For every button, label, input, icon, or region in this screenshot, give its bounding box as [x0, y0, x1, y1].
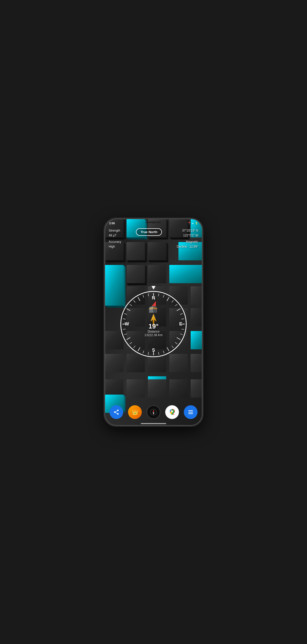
true-north-button[interactable]: True North	[136, 228, 162, 236]
svg-rect-105	[188, 412, 193, 413]
svg-rect-53	[127, 379, 145, 398]
svg-point-101	[171, 411, 173, 412]
label-west: W	[125, 321, 129, 327]
svg-rect-104	[188, 410, 193, 411]
compass: N S E W 🕋	[120, 291, 187, 357]
accuracy-label: Accuracy High	[109, 239, 121, 249]
location-icon: 📍	[188, 222, 191, 224]
svg-point-103	[173, 414, 174, 415]
battery-icon: 🔋	[195, 222, 198, 224]
svg-marker-30	[127, 283, 147, 285]
svg-marker-100	[153, 412, 154, 415]
svg-rect-31	[148, 265, 166, 283]
svg-rect-34	[169, 265, 202, 283]
svg-marker-19	[127, 260, 147, 262]
maps-app-button[interactable]	[165, 405, 179, 419]
kaaba-icon: 🕋	[149, 304, 158, 313]
svg-rect-45	[191, 331, 202, 349]
strength-label: Strength 48 μT	[109, 228, 121, 238]
home-indicator[interactable]	[141, 423, 166, 424]
center-info: 19° Distance 13222.38 Km	[144, 323, 162, 337]
bearing-degree: 19°	[144, 323, 162, 330]
crown-app-button[interactable]: 👑	[128, 405, 142, 419]
label-south: S	[152, 347, 155, 353]
svg-rect-36	[191, 286, 202, 305]
status-icons-right: 📍 ▲ 🔋	[188, 222, 198, 224]
svg-rect-51	[191, 354, 202, 372]
menu-app-button[interactable]	[184, 405, 198, 419]
svg-rect-56	[191, 379, 202, 398]
distance-value: 13222.38 Km	[144, 333, 162, 337]
svg-rect-54	[148, 379, 166, 398]
kaaba-icon-wrapper: 🕋	[149, 304, 158, 311]
magnetic-info: Magnetic Decline : 12.89°	[177, 239, 198, 249]
svg-rect-40	[191, 308, 202, 326]
compass-circle: N S E W 🕋	[120, 291, 187, 357]
crown-icon: 👑	[132, 409, 138, 415]
mode-button-container: True North	[136, 228, 162, 236]
svg-marker-99	[153, 410, 154, 412]
label-east: E	[179, 321, 182, 327]
strength-accuracy-info: Strength 48 μT Accuracy High	[109, 228, 121, 249]
compass-pointer	[151, 286, 156, 289]
coordinates: 37°25'19" N 122°5'2" W	[177, 228, 198, 238]
svg-marker-22	[148, 260, 168, 262]
svg-rect-106	[188, 413, 193, 414]
speaker	[146, 222, 161, 223]
svg-marker-16	[105, 260, 125, 262]
label-north: N	[152, 295, 155, 301]
info-overlay: Strength 48 μT Accuracy High True North …	[105, 226, 202, 251]
svg-rect-55	[169, 379, 188, 398]
app-dock: 👑	[105, 403, 202, 426]
coordinates-info: 37°25'19" N 122°5'2" W Magnetic Decline …	[177, 228, 198, 249]
status-time: 2:56	[109, 222, 115, 225]
signal-icon: ▲	[192, 222, 194, 224]
share-app-button[interactable]	[109, 405, 123, 419]
compass-app-button[interactable]	[147, 405, 160, 419]
phone-frame: 2:56 📍 ▲ 🔋 Strength 48 μT Accuracy High …	[104, 218, 203, 426]
svg-marker-29	[145, 265, 147, 285]
svg-rect-28	[127, 265, 145, 283]
distance-label: Distance	[144, 330, 162, 333]
